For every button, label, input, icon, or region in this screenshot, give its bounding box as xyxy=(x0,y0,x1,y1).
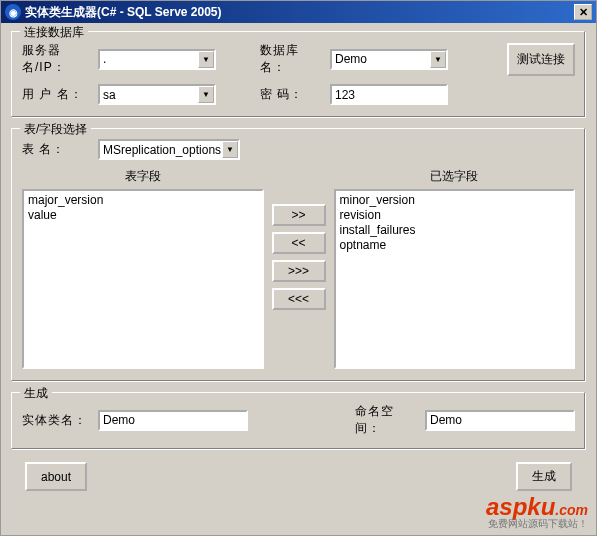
server-value: . xyxy=(103,52,106,66)
about-button[interactable]: about xyxy=(25,462,87,491)
titlebar: ◉ 实体类生成器(C# - SQL Serve 2005) ✕ xyxy=(1,1,596,23)
ns-input[interactable] xyxy=(425,410,575,431)
watermark: aspku.com 免费网站源码下载站！ xyxy=(486,493,588,531)
table-value: MSreplication_options xyxy=(103,143,221,157)
dbname-combo[interactable]: Demo ▼ xyxy=(330,49,448,70)
user-value: sa xyxy=(103,88,116,102)
available-label: 表字段 xyxy=(22,168,264,185)
list-item[interactable]: install_failures xyxy=(340,223,570,238)
list-item[interactable]: minor_version xyxy=(340,193,570,208)
pwd-input[interactable] xyxy=(330,84,448,105)
test-connect-button[interactable]: 测试连接 xyxy=(507,43,575,76)
chevron-down-icon: ▼ xyxy=(198,86,214,103)
ns-label: 命名空间： xyxy=(355,403,417,437)
selected-listbox[interactable]: minor_version revision install_failures … xyxy=(334,189,576,369)
gen-fieldset: 生成 实体类名： 命名空间： xyxy=(11,392,586,450)
db-legend: 连接数据库 xyxy=(20,24,88,41)
select-legend: 表/字段选择 xyxy=(20,121,91,138)
dbname-value: Demo xyxy=(335,52,367,66)
pwd-label: 密 码： xyxy=(260,86,322,103)
app-icon: ◉ xyxy=(5,4,21,20)
table-combo[interactable]: MSreplication_options ▼ xyxy=(98,139,240,160)
list-item[interactable]: major_version xyxy=(28,193,258,208)
chevron-down-icon: ▼ xyxy=(430,51,446,68)
list-item[interactable]: optname xyxy=(340,238,570,253)
user-label: 用 户 名： xyxy=(22,86,90,103)
move-left-button[interactable]: << xyxy=(272,232,326,254)
close-button[interactable]: ✕ xyxy=(574,4,592,20)
move-left-all-button[interactable]: <<< xyxy=(272,288,326,310)
server-combo[interactable]: . ▼ xyxy=(98,49,216,70)
app-title: 实体类生成器(C# - SQL Serve 2005) xyxy=(25,4,574,21)
generate-button[interactable]: 生成 xyxy=(516,462,572,491)
dbname-label: 数据库名： xyxy=(260,42,322,76)
app-window: ◉ 实体类生成器(C# - SQL Serve 2005) ✕ 连接数据库 服务… xyxy=(0,0,597,536)
selected-label: 已选字段 xyxy=(334,168,576,185)
entity-input[interactable] xyxy=(98,410,248,431)
chevron-down-icon: ▼ xyxy=(222,141,238,158)
list-item[interactable]: value xyxy=(28,208,258,223)
move-button-group: >> << >>> <<< xyxy=(272,204,326,310)
move-right-button[interactable]: >> xyxy=(272,204,326,226)
available-listbox[interactable]: major_version value xyxy=(22,189,264,369)
chevron-down-icon: ▼ xyxy=(198,51,214,68)
table-label: 表 名： xyxy=(22,141,90,158)
entity-label: 实体类名： xyxy=(22,412,90,429)
gen-legend: 生成 xyxy=(20,385,52,402)
select-fieldset: 表/字段选择 表 名： MSreplication_options ▼ 表字段 … xyxy=(11,128,586,382)
user-combo[interactable]: sa ▼ xyxy=(98,84,216,105)
server-label: 服务器名/IP： xyxy=(22,42,90,76)
content-area: 连接数据库 服务器名/IP： . ▼ 数据库名： Demo ▼ 测试连接 用 户… xyxy=(1,23,596,535)
list-item[interactable]: revision xyxy=(340,208,570,223)
db-fieldset: 连接数据库 服务器名/IP： . ▼ 数据库名： Demo ▼ 测试连接 用 户… xyxy=(11,31,586,118)
move-right-all-button[interactable]: >>> xyxy=(272,260,326,282)
